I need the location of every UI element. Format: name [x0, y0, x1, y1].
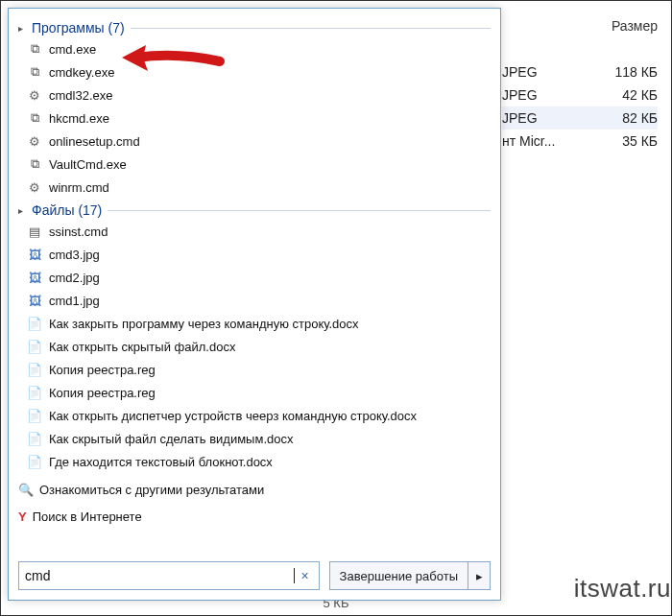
list-item[interactable]: 📄Копия реестра.reg	[26, 381, 491, 404]
item-label: Как открыть скрытый файл.docx	[49, 340, 235, 354]
file-type: нт Micr...	[502, 130, 555, 153]
list-item[interactable]: ⚙cmdl32.exe	[26, 83, 491, 107]
table-row[interactable]: JPEG42 КБ	[502, 83, 658, 107]
list-item[interactable]: ⧉hkcmd.exe	[26, 107, 491, 130]
search-icon: 🔍	[18, 483, 34, 497]
group-label: Программы	[32, 20, 105, 36]
file-list: JPEG118 КБJPEG42 КБJPEG82 КБнт Micr...35…	[502, 60, 658, 153]
item-label: cmdl32.exe	[49, 88, 112, 103]
file-size: 118 КБ	[614, 60, 658, 83]
shutdown-label: Завершение работы	[340, 569, 458, 583]
see-more-results[interactable]: 🔍 Ознакомиться с другими результатами	[18, 479, 491, 500]
divider	[108, 210, 491, 211]
item-label: VaultCmd.exe	[49, 157, 127, 172]
collapse-icon: ▸	[18, 205, 28, 216]
item-label: cmd2.jpg	[49, 271, 100, 285]
list-item[interactable]: 📄Где находится текстовый блокнот.docx	[26, 450, 491, 473]
chevron-right-icon: ▸	[476, 569, 483, 583]
item-label: Как открыть диспетчер устройств чеерз ко…	[49, 409, 417, 423]
docx-icon: 📄	[26, 315, 43, 332]
item-label: Как закрыть программу через командную ст…	[49, 317, 359, 331]
jpg-icon: 🖼	[26, 269, 43, 286]
clear-search-button[interactable]: ×	[295, 568, 314, 583]
list-item[interactable]: ▤ssinst.cmd	[26, 220, 491, 243]
bottom-bar: × Завершение работы ▸	[18, 561, 491, 590]
see-more-label: Ознакомиться с другими результатами	[39, 483, 264, 497]
file-size: 82 КБ	[622, 107, 658, 130]
docx-icon: 📄	[26, 407, 43, 424]
reg-icon: 📄	[26, 361, 43, 378]
yandex-icon: Y	[18, 509, 27, 524]
file-type: JPEG	[502, 107, 538, 130]
group-header-files[interactable]: ▸ Файлы (17)	[18, 202, 491, 218]
list-item[interactable]: ⧉VaultCmd.exe	[26, 153, 491, 176]
item-label: hkcmd.exe	[49, 111, 109, 126]
cmd-icon: ▤	[26, 223, 43, 240]
group-count: (17)	[78, 202, 102, 218]
docx-icon: 📄	[26, 430, 43, 447]
item-label: Как скрытый файл сделать видимым.docx	[49, 432, 293, 446]
list-item[interactable]: 🖼cmd1.jpg	[26, 289, 491, 312]
divider	[131, 28, 491, 29]
list-item[interactable]: 🖼cmd2.jpg	[26, 266, 491, 289]
docx-icon: 📄	[26, 338, 43, 355]
jpg-icon: 🖼	[26, 292, 43, 309]
list-item[interactable]: ⚙onlinesetup.cmd	[26, 130, 491, 153]
file-type: JPEG	[502, 83, 538, 107]
gear-icon: ⚙	[26, 132, 43, 150]
item-label: Копия реестра.reg	[49, 386, 156, 400]
list-item[interactable]: 📄Как скрытый файл сделать видимым.docx	[26, 427, 491, 450]
item-label: cmd1.jpg	[49, 294, 100, 308]
search-input-container[interactable]: ×	[18, 561, 320, 590]
shutdown-options-button[interactable]: ▸	[468, 562, 490, 589]
docx-icon: 📄	[26, 453, 43, 470]
list-item[interactable]: 📄Как закрыть программу через командную с…	[26, 312, 491, 335]
group-header-programs[interactable]: ▸ Программы (7)	[18, 20, 491, 36]
list-item[interactable]: ⧉cmd.exe	[26, 37, 491, 60]
exe-icon: ⧉	[26, 109, 43, 127]
file-size: 42 КБ	[622, 83, 658, 107]
item-label: Где находится текстовый блокнот.docx	[49, 455, 273, 469]
exe-icon: ⧉	[26, 63, 43, 81]
search-internet-label: Поиск в Интернете	[33, 509, 142, 524]
list-item[interactable]: 📄Копия реестра.reg	[26, 358, 491, 381]
watermark-text: itswat.ru	[574, 574, 671, 604]
list-item[interactable]: ⚙winrm.cmd	[26, 176, 491, 199]
files-list: ▤ssinst.cmd🖼cmd3.jpg🖼cmd2.jpg🖼cmd1.jpg📄К…	[18, 220, 491, 473]
item-label: cmd3.jpg	[49, 248, 100, 262]
search-internet[interactable]: Y Поиск в Интернете	[18, 506, 491, 527]
item-label: ssinst.cmd	[49, 225, 108, 239]
search-input[interactable]	[23, 568, 294, 583]
table-row[interactable]: нт Micr...35 КБ	[502, 130, 658, 153]
item-label: cmdkey.exe	[49, 65, 114, 80]
list-item[interactable]: 🖼cmd3.jpg	[26, 243, 491, 266]
shutdown-split-button[interactable]: Завершение работы ▸	[329, 561, 491, 590]
column-header-size[interactable]: Размер	[612, 18, 658, 34]
gear-icon: ⚙	[26, 86, 43, 104]
file-type: JPEG	[502, 60, 538, 83]
collapse-icon: ▸	[18, 23, 28, 34]
item-label: winrm.cmd	[49, 180, 109, 195]
jpg-icon: 🖼	[26, 246, 43, 263]
programs-list: ⧉cmd.exe⧉cmdkey.exe⚙cmdl32.exe⧉hkcmd.exe…	[18, 37, 491, 199]
list-item[interactable]: 📄Как открыть диспетчер устройств чеерз к…	[26, 404, 491, 427]
table-row[interactable]: JPEG118 КБ	[502, 60, 658, 83]
start-search-panel: ▸ Программы (7) ⧉cmd.exe⧉cmdkey.exe⚙cmdl…	[8, 8, 501, 601]
exe-icon: ⧉	[26, 155, 43, 173]
shutdown-button[interactable]: Завершение работы	[330, 562, 468, 589]
list-item[interactable]: 📄Как открыть скрытый файл.docx	[26, 335, 491, 358]
reg-icon: 📄	[26, 384, 43, 401]
item-label: onlinesetup.cmd	[49, 134, 140, 149]
exe-icon: ⧉	[26, 40, 43, 58]
list-item[interactable]: ⧉cmdkey.exe	[26, 60, 491, 83]
table-row[interactable]: JPEG82 КБ	[502, 107, 658, 130]
gear-icon: ⚙	[26, 178, 43, 196]
item-label: Копия реестра.reg	[49, 363, 156, 377]
group-label: Файлы	[32, 202, 74, 218]
item-label: cmd.exe	[49, 42, 96, 57]
group-count: (7)	[108, 20, 125, 36]
file-size: 35 КБ	[622, 130, 658, 153]
